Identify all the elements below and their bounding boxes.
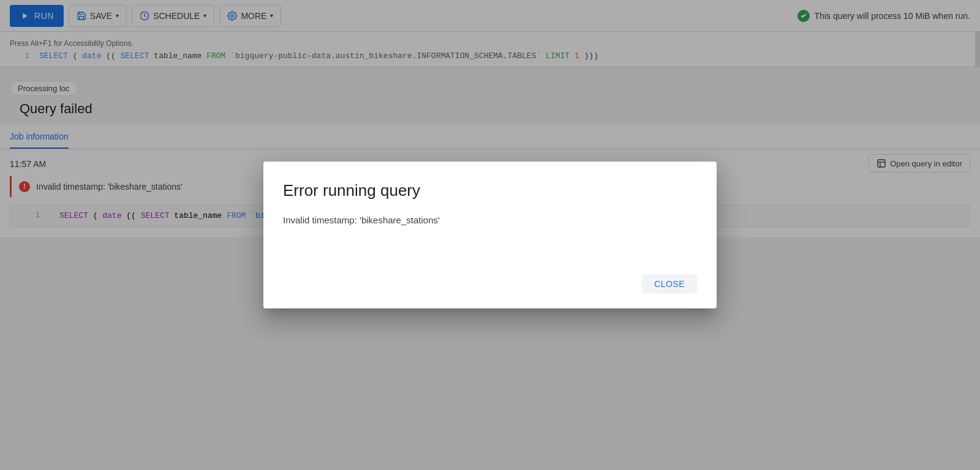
close-dialog-button[interactable]: CLOSE (642, 274, 697, 294)
dialog-title: Error running query (283, 181, 697, 200)
dialog-actions: CLOSE (283, 274, 697, 294)
modal-overlay[interactable]: Error running query Invalid timestamp: '… (0, 0, 980, 470)
error-dialog: Error running query Invalid timestamp: '… (263, 162, 717, 308)
dialog-body: Invalid timestamp: 'bikeshare_stations' (283, 215, 697, 255)
